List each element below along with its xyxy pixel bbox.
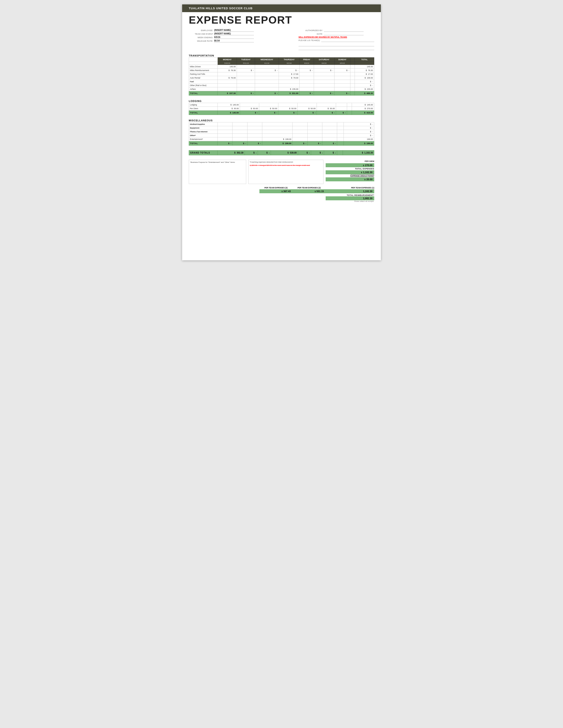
cell [293, 130, 307, 133]
row-label: Other (Rail or Bus) [189, 83, 218, 87]
cell [293, 126, 307, 130]
cell: 145.00 [218, 65, 237, 68]
please-list-label: PLEASE LIS TEAM(S): [299, 39, 320, 41]
cell [347, 103, 352, 107]
table-row: Miles Driven 145.00 145.00 [189, 65, 374, 68]
table-row: Entertainment* $ 199.00 199.00 [189, 137, 374, 141]
cell [322, 122, 337, 126]
coaching-note-box: *Coaching expenses deducted from total r… [248, 160, 324, 184]
cell [218, 130, 232, 133]
miscellaneous-section: MISCELLANEOUS Medical Supplies $ - Equip… [182, 116, 381, 147]
sat-header: SATURDAY [314, 57, 334, 62]
row-label: Lodging [189, 103, 218, 107]
table-row: Fuel $ - [189, 80, 374, 83]
employee-value: (INSERT NAME) [214, 29, 254, 32]
cell [307, 137, 322, 141]
total-cell: $ - [344, 133, 374, 137]
cell [337, 122, 344, 126]
cell [237, 65, 255, 68]
mileage-rate-row: MILEAGE RATE: $0.54 [189, 39, 254, 42]
cell: $ 35.00 [218, 107, 240, 110]
cell [247, 133, 262, 137]
cell [293, 133, 307, 137]
total-header: TOTAL [355, 57, 374, 62]
cell [279, 83, 300, 87]
cell: $ 17.00 [279, 72, 300, 76]
total-reimbursement-section: TOTAL REIMBURSEMENT* 1,082.30 Please att… [182, 193, 381, 202]
tue-header: TUESDAY [237, 57, 255, 62]
per-team-2-value: $ 551.15 [293, 189, 326, 193]
miscellaneous-table: Medical Supplies $ - Equipment [189, 122, 374, 146]
total-expenses-label: TOTAL EXPENSES [326, 168, 374, 170]
cell [247, 126, 262, 130]
cell [351, 80, 355, 83]
cell [237, 87, 255, 91]
per-team-1-col: PER TEAM EXPENSES (1) 1,102.30 [326, 186, 374, 193]
expense-deductions-label: EXPENSE DEDUCTIONS* [326, 175, 374, 177]
per-team-section: PER TEAM EXPENSES (3) $ 367.43 PER TEAM … [182, 186, 381, 193]
date-fri: 6/3/16 [300, 62, 314, 65]
total-cell: $ 270.00 [352, 107, 374, 110]
attach-note: Please attach all receipts [326, 200, 374, 202]
extra-line-2 [299, 47, 374, 50]
week-ending-value: 6/5/16 [214, 36, 254, 39]
coaching-note-label: *Coaching expenses deducted from total r… [250, 161, 322, 163]
table-row: Phone, Fax-Internet $ - [189, 130, 374, 133]
cell: $ 235.00 [279, 87, 300, 91]
total-reimbursement-label: TOTAL REIMBURSEMENT* [326, 194, 374, 196]
cell [218, 83, 237, 87]
cell [237, 76, 255, 80]
cell [279, 65, 300, 68]
table-row: Other (Rail or Bus) $ - [189, 83, 374, 87]
cell [293, 137, 307, 141]
cell [293, 122, 307, 126]
header-bar: TUALATIN HILLS UNITED SOCCER CLUB [182, 4, 381, 12]
total-cell: $ - [344, 122, 374, 126]
cell [307, 122, 322, 126]
cell [237, 80, 255, 83]
total-cell: $ - [355, 83, 374, 87]
cell [300, 80, 314, 83]
sun-header: SUNDAY [334, 57, 351, 62]
total-cell: 199.00 [344, 137, 374, 141]
cell [240, 103, 259, 107]
page: TUALATIN HILLS UNITED SOCCER CLUB EXPENS… [182, 4, 381, 260]
cell [255, 65, 279, 68]
cell [300, 76, 314, 80]
cell: $ 50.00 [298, 107, 317, 110]
row-label: Airfare [189, 87, 218, 91]
team-event-value: (INSERT NAME) [214, 32, 254, 35]
cell [255, 87, 279, 91]
cell [218, 126, 232, 130]
authorized-by-label: AUTHORIZED BY: [299, 29, 323, 32]
table-row: Lodging $ 145.00 $ 145.00 [189, 103, 374, 107]
cell [351, 76, 355, 80]
row-label: Fuel [189, 80, 218, 83]
summary-box: PER DIEM $270.00 TOTAL EXPENSES $1,102.3… [326, 160, 374, 184]
row-label: Other* [189, 133, 218, 137]
table-row: Other* $ - [189, 133, 374, 137]
cell: $ - [255, 68, 279, 72]
row-label: Auto Rental [189, 76, 218, 80]
cell [336, 103, 347, 107]
date-sat: 6/4/16 [314, 62, 334, 65]
cell [322, 137, 337, 141]
cell [247, 122, 262, 126]
cell [337, 137, 344, 141]
week-ending-row: WEEK ENDING: 6/5/16 [189, 36, 254, 39]
cell [351, 72, 355, 76]
per-team-2-label: PER TEAM EXPENSES (2) [293, 186, 326, 189]
table-row: Medical Supplies $ - [189, 122, 374, 126]
week-ending-label: WEEK ENDING: [189, 36, 213, 39]
total-cell: $ 17.00 [355, 72, 374, 76]
cell [317, 103, 336, 107]
date-header-row: 5/30/16 5/31/16 6/1/16 6/2/16 6/3/16 6/4… [189, 62, 374, 65]
cell [307, 133, 322, 137]
mileage-rate-label: MILEAGE RATE: [189, 40, 213, 42]
cell: $ 79.00 [218, 76, 237, 80]
cell [218, 133, 232, 137]
cell [218, 87, 237, 91]
lodging-table: Lodging $ 145.00 $ 145.00 Per Diem $ 35.… [189, 103, 374, 115]
cell [314, 87, 334, 91]
employee-row: EMPLOYEE: (INSERT NAME) [189, 29, 254, 32]
